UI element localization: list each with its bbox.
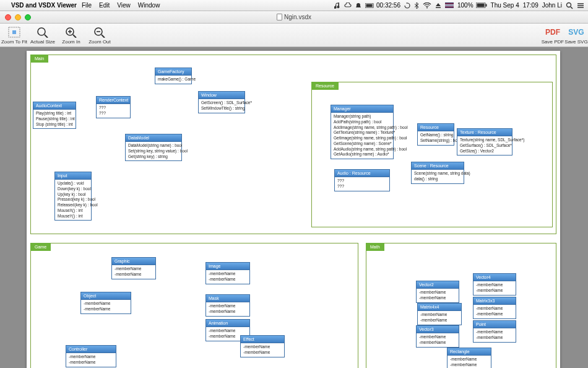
class-member: -memberName xyxy=(69,354,113,360)
class-member: Manager(string path) xyxy=(334,114,391,120)
class-input[interactable]: Input Update() : voidDown(key k) : boolU… xyxy=(54,172,92,221)
menubar-music-icon[interactable] xyxy=(334,2,340,9)
menubar-user[interactable]: John Li xyxy=(542,2,562,9)
class-member: -memberName xyxy=(420,318,459,323)
canvas[interactable]: Main GameFactory makeGame() : Game Audio… xyxy=(0,47,588,368)
class-member: makeGame() : Game xyxy=(158,77,189,82)
menubar-date[interactable]: Thu Sep 4 xyxy=(491,2,519,9)
class-member: -memberName xyxy=(420,312,459,318)
class-member: AddAudio(string name, string path) : boo… xyxy=(334,147,391,152)
class-member: ??? xyxy=(337,178,387,184)
zoom-icon[interactable] xyxy=(25,14,31,20)
class-rendercontext[interactable]: RenderContext ?????? xyxy=(96,96,131,118)
class-audio[interactable]: Audio : Resource ?????? xyxy=(334,169,390,191)
app-name[interactable]: VSD and VSDX Viewer xyxy=(11,2,77,9)
class-member: GetScene(string name) : Scene* xyxy=(334,141,391,147)
menu-file[interactable]: File xyxy=(82,2,92,9)
class-mask[interactable]: Mask -memberName-memberName xyxy=(205,294,250,317)
class-resource[interactable]: Resource GetName() : stringSetName(strin… xyxy=(417,123,454,146)
class-member: AddPath(string path) : bool xyxy=(334,120,391,125)
class-member: -memberName xyxy=(115,272,153,278)
class-vector4[interactable]: Vector4 -memberName-memberName xyxy=(473,273,516,296)
menubar-time[interactable]: 17:09 xyxy=(523,2,538,9)
class-member: -memberName xyxy=(450,357,488,362)
class-member: Pause(string title) : int xyxy=(36,116,73,122)
close-icon[interactable] xyxy=(5,14,11,20)
class-texture[interactable]: Texture : Resource Texture(string name, … xyxy=(457,128,512,156)
class-member: -memberName xyxy=(476,312,513,317)
menubar-spotlight-icon[interactable] xyxy=(566,2,573,9)
class-member: Set(string key, string value) : bool xyxy=(128,149,179,154)
class-vector2[interactable]: Vector2 -memberName-memberName xyxy=(416,281,459,303)
class-member: ??? xyxy=(337,184,387,190)
class-rectangle[interactable]: Rectangle -memberName-memberName xyxy=(447,348,491,368)
class-member: -memberName xyxy=(209,271,247,277)
class-object[interactable]: Object -memberName-memberName xyxy=(80,292,131,314)
class-matrix4x4[interactable]: Matrix4x4 -memberName-memberName xyxy=(417,303,462,325)
class-manager[interactable]: Manager Manager(string path)AddPath(stri… xyxy=(331,105,394,159)
class-member: -memberName xyxy=(476,335,513,341)
class-image[interactable]: Image -memberName-memberName xyxy=(205,262,250,284)
menubar-cloud-icon[interactable] xyxy=(344,2,352,9)
zoom-fit-icon xyxy=(8,26,20,38)
class-member: Released(key k) : bool xyxy=(58,203,89,208)
menubar-notification-icon[interactable] xyxy=(577,2,584,9)
class-point[interactable]: Point -memberName-memberName xyxy=(473,320,516,343)
class-matrix3x3[interactable]: Matrix3x3 -memberName-memberName xyxy=(473,297,516,319)
class-member: -memberName xyxy=(476,288,513,294)
menubar-bluetooth-icon[interactable] xyxy=(414,2,419,9)
menubar-wifi-icon[interactable] xyxy=(423,2,431,9)
menubar-battery[interactable]: 100% xyxy=(457,2,487,9)
class-member: -memberName xyxy=(419,335,456,340)
svg-rect-1 xyxy=(366,4,373,7)
window-traffic-lights[interactable] xyxy=(5,14,31,20)
svg-point-2 xyxy=(426,7,428,8)
class-effect[interactable]: Effect -memberName-memberName xyxy=(240,335,285,357)
svg-line-25 xyxy=(102,35,105,38)
class-gamefactory[interactable]: GameFactory makeGame() : Game xyxy=(155,68,192,84)
menubar-bell-icon[interactable] xyxy=(355,2,361,9)
class-controller[interactable]: Controller -memberName-memberName xyxy=(66,345,116,367)
class-member: SetWindowTitle() : string xyxy=(201,106,242,112)
zoom-in-button[interactable]: Zoom In xyxy=(57,26,85,45)
package-label: Math xyxy=(366,243,384,251)
class-member: -memberName xyxy=(419,296,456,301)
package-game: Game Graphic -memberName-memberName Imag… xyxy=(30,243,358,368)
class-member: Texture(string name, SDL_Surface*) xyxy=(460,138,509,143)
class-member: MouseX() : int xyxy=(58,208,89,214)
menubar-sync-icon[interactable] xyxy=(404,2,410,9)
class-member: -memberName xyxy=(243,350,282,356)
svg-rect-4 xyxy=(445,6,454,6)
class-member: GetScreen() : SDL_Surface* xyxy=(201,100,242,106)
svg-icon: SVG xyxy=(568,26,584,38)
save-pdf-button[interactable]: PDF Save PDF xyxy=(541,26,564,45)
menubar-eject-icon[interactable] xyxy=(435,2,441,9)
class-scene[interactable]: Scene : Resource Scene(string name, stri… xyxy=(411,162,464,184)
minimize-icon[interactable] xyxy=(15,14,21,20)
save-svg-button[interactable]: SVG Save SVG xyxy=(564,26,588,45)
class-datamodel[interactable]: DataModel DataModel(string name) : boolS… xyxy=(125,134,182,161)
menubar-timer[interactable]: 00:32:56 xyxy=(365,2,400,9)
svg-line-21 xyxy=(73,35,76,38)
svg-line-19 xyxy=(45,35,48,38)
class-member: -memberName xyxy=(419,340,456,346)
class-member: Update() : void xyxy=(58,181,89,186)
menu-window[interactable]: Window xyxy=(138,2,160,9)
zoom-to-fit-button[interactable]: Zoom To Fit xyxy=(0,26,28,45)
class-graphic[interactable]: Graphic -memberName-memberName xyxy=(111,257,156,279)
menubar-flag-icon[interactable] xyxy=(445,2,454,8)
class-vector3[interactable]: Vector3 -memberName-memberName xyxy=(416,325,459,348)
svg-rect-6 xyxy=(445,7,454,7)
menu-edit[interactable]: Edit xyxy=(99,2,110,9)
class-member: GetAudio(string name) : Audio* xyxy=(334,152,391,157)
menu-view[interactable]: View xyxy=(117,2,131,9)
actual-size-button[interactable]: Actual Size xyxy=(28,26,57,45)
class-member: Get(string key) : string xyxy=(128,154,179,160)
zoom-out-button[interactable]: Zoom Out xyxy=(85,26,114,45)
class-window[interactable]: Window GetScreen() : SDL_Surface*SetWind… xyxy=(198,91,245,113)
class-audiocontext[interactable]: AudioContext Play(string title) : intPau… xyxy=(33,102,76,129)
magnifier-icon xyxy=(37,26,49,38)
class-member: -memberName xyxy=(209,304,247,309)
svg-point-18 xyxy=(38,28,45,35)
class-member: Play(string title) : int xyxy=(36,111,73,116)
